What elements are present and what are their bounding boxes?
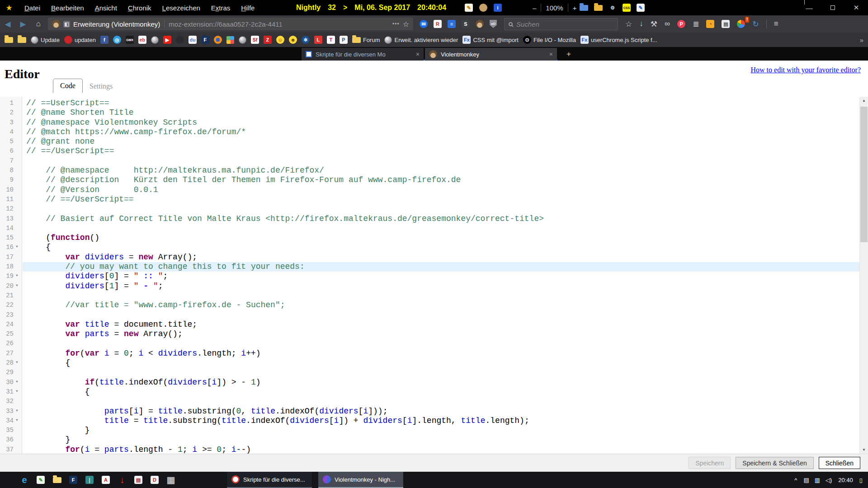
bookmark-globe[interactable] <box>151 36 159 44</box>
red-app-icon[interactable]: A <box>98 472 114 488</box>
code-line-7[interactable]: 7 <box>0 156 859 166</box>
greasemonkey-icon[interactable] <box>476 20 484 28</box>
bookmark-folder[interactable] <box>18 36 26 44</box>
wrench-icon[interactable]: ⚒ <box>651 19 657 29</box>
explorer-folder-icon[interactable] <box>49 472 65 488</box>
bookmark-sf[interactable]: Sf <box>251 36 259 44</box>
bookmark-update[interactable]: Update <box>31 36 60 44</box>
bookmark-du[interactable]: du <box>189 36 197 44</box>
code-line-20[interactable]: 20▼ dividers[1] = " - "; <box>0 282 859 291</box>
menu-extras[interactable]: Extras <box>206 4 236 12</box>
help-link[interactable]: How to edit with your favorite editor? <box>751 66 861 74</box>
code-line-30[interactable]: 30▼ if(title.indexOf(dividers[i]) > - 1) <box>0 378 859 387</box>
bookmark-ebay[interactable]: eb <box>138 36 146 44</box>
code-line-4[interactable]: 4// @match https://www.camp-firefox.de/f… <box>0 127 859 137</box>
bookmark-blue-globe[interactable]: ✱ <box>302 36 310 44</box>
menu-lesezeichen[interactable]: Lesezeichen <box>157 4 206 12</box>
tab-skripte[interactable]: Skripte für die diversen Mo× <box>302 48 424 61</box>
code-line-36[interactable]: 36 } <box>0 435 859 445</box>
bookmark-telekom[interactable]: T <box>327 36 335 44</box>
refresh-icon[interactable]: ↻ <box>752 19 759 29</box>
code-line-33[interactable]: 33▼ parts[i] = title.substring(0, title.… <box>0 407 859 416</box>
code-line-28[interactable]: 28▼ { <box>0 358 859 368</box>
bookmark-star-icon[interactable]: ☆ <box>403 20 409 28</box>
printer-icon[interactable]: ▦ <box>163 472 179 488</box>
url-bar[interactable]: ◧ Erweiterung (Violentmonkey) moz-extens… <box>48 18 413 30</box>
code-line-31[interactable]: 31▼ { <box>0 387 859 397</box>
bookmark-smiley[interactable]: ☺ <box>276 36 284 44</box>
code-line-27[interactable]: 27 for(var i = 0; i < dividers.length; i… <box>0 349 859 358</box>
vertical-scrollbar[interactable]: ▲ ▼ <box>859 97 868 454</box>
bookmark-gray-sphere[interactable] <box>239 36 246 44</box>
notes-pencil-icon[interactable]: ✎ <box>465 4 473 12</box>
fold-marker-icon[interactable]: ▼ <box>16 273 18 277</box>
code-line-35[interactable]: 35 } <box>0 426 859 435</box>
code-line-9[interactable]: 9 // @description Kürzt den Titel der Th… <box>0 175 859 185</box>
code-line-14[interactable]: 14 <box>0 224 859 233</box>
tab-close-icon[interactable]: × <box>549 51 553 58</box>
bookmark-z-tile[interactable]: Z <box>264 36 272 44</box>
browser-update-badge-icon[interactable]: ! <box>737 20 745 28</box>
bookmark-blue-ring[interactable]: ◎ <box>113 36 121 44</box>
code-editor[interactable]: 1// ==UserScript==2// @name Shorten Titl… <box>0 97 859 454</box>
bookmark-dark-circle[interactable] <box>176 36 184 44</box>
close-button[interactable]: Schließen <box>819 457 860 469</box>
zoom-out-button[interactable]: – <box>533 4 536 12</box>
bookmark-youtube[interactable]: ▶ <box>163 36 171 44</box>
folder-open-icon[interactable] <box>594 5 603 11</box>
mask-icon[interactable]: ∞ <box>665 19 670 28</box>
zoom-level[interactable]: 100% <box>546 4 563 12</box>
paw-icon[interactable] <box>479 4 487 12</box>
bookmark-color-tiles[interactable] <box>226 36 234 44</box>
action-center-icon[interactable]: ▯ <box>859 477 863 483</box>
code-line-17[interactable]: 17 var dividers = new Array(); <box>0 253 859 262</box>
back-button[interactable]: ◀ <box>0 19 15 29</box>
fold-marker-icon[interactable]: ▼ <box>16 389 18 393</box>
list-window-icon[interactable]: ≡ <box>448 20 456 28</box>
task-violentmonkey[interactable]: Violentmonkey - Nigh... <box>318 472 403 488</box>
code-line-10[interactable]: 10 // @Version 0.0.1 <box>0 185 859 195</box>
app-icon[interactable]: ★ <box>5 3 14 12</box>
home-button[interactable]: ⌂ <box>31 19 46 29</box>
ublock-shield-icon[interactable]: uO <box>490 20 497 28</box>
start-button[interactable] <box>0 472 16 488</box>
code-line-26[interactable]: 26 <box>0 339 859 348</box>
page-actions-icon[interactable]: ••• <box>392 21 400 27</box>
code-line-23[interactable]: 23 <box>0 310 859 320</box>
bookmark-p-tile[interactable]: P <box>340 36 348 44</box>
bookmark-forum[interactable]: Forum <box>352 36 380 44</box>
code-line-3[interactable]: 3// @namespace Violentmonkey Scripts <box>0 118 859 127</box>
bookmark-f-tile[interactable]: F <box>201 36 209 44</box>
gear-icon[interactable]: ⚙ <box>609 4 617 12</box>
code-line-13[interactable]: 13 // Basiert auf Correct Title von Malt… <box>0 214 859 224</box>
bookmark-l-tile[interactable]: L <box>314 36 322 44</box>
bookmark-css-import[interactable]: FxCSS mit @import <box>462 36 519 44</box>
code-line-8[interactable]: 8 // @namespace http://maltekraus.ma.fun… <box>0 166 859 175</box>
d-tile-icon[interactable]: D <box>146 472 163 488</box>
code-line-2[interactable]: 2// @name Shorten Title <box>0 108 859 117</box>
menu-bearbeiten[interactable]: Bearbeiten <box>46 4 90 12</box>
book-icon[interactable]: ❘ <box>81 472 98 488</box>
save-button[interactable]: Speichern <box>689 457 731 469</box>
stylish-icon[interactable]: S <box>462 20 470 28</box>
f-tile-icon[interactable]: F <box>65 472 81 488</box>
tray-chevron-icon[interactable]: ^ <box>794 477 797 483</box>
extension-orange-icon[interactable]: ◔ <box>706 20 714 28</box>
save-and-close-button[interactable]: Speichern & Schließen <box>736 457 813 469</box>
scroll-down-arrow-icon[interactable]: ▼ <box>860 446 868 454</box>
tab-close-icon[interactable]: × <box>416 51 420 58</box>
bookmark-folder[interactable] <box>5 36 13 44</box>
pocket-icon[interactable]: P <box>677 20 685 28</box>
downloads-icon[interactable]: ↓ <box>639 19 643 28</box>
code-line-16[interactable]: 16▼ { <box>0 243 859 252</box>
code-line-24[interactable]: 24 var title = document.title; <box>0 320 859 329</box>
code-line-5[interactable]: 5// @grant none <box>0 137 859 146</box>
bookmarks-overflow-chevron[interactable]: » <box>860 36 863 44</box>
bookmark-file-io[interactable]: ⊙File I/O - Mozilla <box>523 36 576 44</box>
edge-icon[interactable]: e <box>16 472 33 488</box>
red-figure-icon[interactable]: R <box>434 20 442 28</box>
fold-marker-icon[interactable]: ▼ <box>16 283 18 287</box>
code-line-29[interactable]: 29 <box>0 368 859 377</box>
bookmark-firefox[interactable] <box>214 36 222 44</box>
scrollbar-thumb[interactable] <box>860 107 868 242</box>
